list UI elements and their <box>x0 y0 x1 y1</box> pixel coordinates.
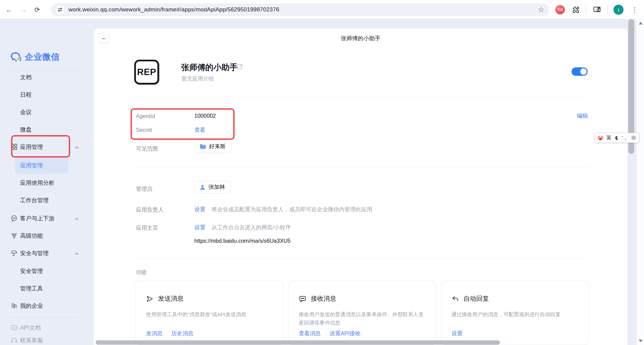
main-content-card: ← 张师傅的小助手 REP 张师傅的小助手 暂无应用介绍 AgentId 100… <box>94 28 628 345</box>
app-name: 张师傅的小助手 <box>181 62 238 73</box>
admin-value: 张加林 <box>208 183 225 191</box>
owner-label: 应用负责人 <box>136 206 164 214</box>
sidebar-item-app-management-sub[interactable]: 应用管理 <box>20 162 43 169</box>
admin-label: 管理员 <box>136 185 153 193</box>
sidebar-divider-top <box>10 70 77 70</box>
home-set-link[interactable]: 设置 <box>194 224 205 230</box>
person-icon <box>200 184 205 190</box>
youdao-extension-icon[interactable]: Yd <box>554 4 566 15</box>
ime-moon-icon <box>614 135 619 140</box>
toolbar-divider <box>586 5 586 14</box>
app-logo: REP <box>134 60 159 84</box>
receive-message-icon <box>299 295 306 303</box>
api-docs-icon: API <box>11 324 17 331</box>
sidebar-item-api-docs[interactable]: API文档 <box>20 324 41 332</box>
divider-2 <box>136 167 588 167</box>
edit-link[interactable]: 编辑 <box>577 112 588 120</box>
send-message-icon <box>146 295 154 303</box>
site-settings-icon[interactable] <box>56 5 64 14</box>
advanced-features-icon <box>11 232 17 239</box>
browser-back-button[interactable]: ← <box>3 4 15 15</box>
browser-reload-button[interactable]: ⟳ <box>32 4 43 15</box>
my-company-icon <box>11 302 17 309</box>
app-management-grid-icon <box>11 143 17 150</box>
set-api-receive-link[interactable]: 设置API接收 <box>330 330 361 337</box>
feature-title: 发送消息 <box>158 294 184 303</box>
sidebar-item-workbench[interactable]: 工作台管理 <box>20 196 49 204</box>
chevron-up-icon-2[interactable] <box>75 251 79 256</box>
home-url: https://mbd.baidu.com/ma/s/s6Ua3XU5 <box>194 238 291 244</box>
visible-range-value: 好来斯 <box>209 143 226 150</box>
chevron-up-icon[interactable] <box>75 145 79 150</box>
toggle-knob <box>580 68 587 75</box>
page-title: 张师傅的小助手 <box>94 35 628 42</box>
secret-view-link[interactable]: 查看 <box>194 126 205 134</box>
ime-toolbar[interactable]: 英 ’， <box>595 133 639 143</box>
chevron-down-icon[interactable] <box>75 217 79 221</box>
sidebar-item-schedule[interactable]: 日程 <box>20 91 32 99</box>
send-message-link[interactable]: 发消息 <box>146 330 163 337</box>
sidebar-item-meeting[interactable]: 会议 <box>20 108 32 116</box>
app-enabled-toggle[interactable] <box>572 67 588 76</box>
history-message-link[interactable]: 历史消息 <box>171 330 194 337</box>
browser-vertical-scrollbar[interactable] <box>636 19 644 345</box>
ime-lang-mode[interactable]: 英 <box>606 135 611 141</box>
extensions-icon[interactable] <box>570 4 581 15</box>
bookmark-star-icon[interactable]: ☆ <box>538 6 544 14</box>
feature-card-autoreply: 自动回复 通过接收用户的消息，可配置规则进行自动回复 设置 <box>441 281 589 345</box>
sidebar-item-my-company[interactable]: 我的企业 <box>20 302 43 310</box>
customers-bubble-icon <box>11 215 17 222</box>
browser-forward-button[interactable]: → <box>17 4 29 15</box>
ime-punctuation-mode[interactable]: ’， <box>622 135 628 141</box>
feature-desc: 接收用户发送的普通消息以及菜单操作、外部联系人变更回调等事件信息 <box>299 310 426 327</box>
sidebar-item-security-mgmt[interactable]: 安全管理 <box>20 267 43 275</box>
sidebar-item-app-management[interactable]: 应用管理 <box>20 143 43 151</box>
home-row: 设置 从工作台点击进入的网页/小程序 <box>194 224 291 231</box>
sidebar-divider-bottom <box>10 317 77 318</box>
sidebar-item-security[interactable]: 安全与管理 <box>20 249 49 257</box>
scroll-up-arrow[interactable] <box>639 22 643 24</box>
security-umbrella-icon <box>11 250 17 256</box>
feature-title: 自动回复 <box>463 294 489 303</box>
owner-desc: 将企业成员配置为应用负责人，成员即可在企业微信内管理此应用 <box>212 206 373 212</box>
toolbar-divider-2 <box>607 5 608 14</box>
visible-range-chip[interactable]: 好来斯 <box>194 140 231 153</box>
sidebar-item-advanced[interactable]: 高级功能 <box>20 232 43 240</box>
support-headset-icon <box>11 337 17 344</box>
sidebar-item-customers[interactable]: 客户与上下游 <box>20 215 54 222</box>
url-text[interactable]: work.weixin.qq.com/wework_admin/frame#/a… <box>68 6 538 13</box>
sidebar-item-admin-tools[interactable]: 管理工具 <box>20 285 43 292</box>
browser-window: ← → ⟳ work.weixin.qq.com/wework_admin/fr… <box>0 0 644 345</box>
scroll-down-arrow[interactable] <box>639 340 643 342</box>
sidebar-item-drive[interactable]: 微盘 <box>20 126 32 133</box>
home-desc: 从工作台点击进入的网页/小程序 <box>212 224 291 230</box>
owner-set-link[interactable]: 设置 <box>194 206 205 212</box>
owner-row: 设置 将企业成员配置为应用负责人，成员即可在企业微信内管理此应用 <box>194 206 372 213</box>
admin-chip[interactable]: 张加林 <box>194 181 231 193</box>
sidebar-item-docs[interactable]: 文档 <box>20 73 32 81</box>
feature-desc: 通过接收用户的消息，可配置规则进行自动回复 <box>451 310 578 319</box>
visible-range-label: 可见范围 <box>136 145 158 153</box>
edit-name-icon[interactable] <box>237 63 243 70</box>
divider <box>136 98 588 98</box>
features-section-label: 功能 <box>136 269 147 276</box>
svg-text:API: API <box>12 327 16 329</box>
browser-toolbar: ← → ⟳ work.weixin.qq.com/wework_admin/fr… <box>0 0 644 19</box>
profile-avatar[interactable]: I <box>613 4 624 15</box>
baidu-ime-icon <box>598 135 603 140</box>
feature-card-send: 发送消息 使用管理工具中的“消息群发”或API发送消息 发消息 历史消息 <box>136 281 283 345</box>
app-intro: 暂无应用介绍 <box>182 75 214 82</box>
auto-reply-icon <box>451 295 459 303</box>
wecom-logo[interactable]: 企业微信 <box>10 51 60 62</box>
sidebar-item-contact-support[interactable]: 联系客服 <box>20 337 43 344</box>
ime-settings-gear-icon[interactable] <box>631 135 636 140</box>
home-label: 应用主页 <box>136 224 158 232</box>
browser-menu-icon[interactable]: ⋮ <box>629 4 640 15</box>
side-panel-search-icon[interactable] <box>591 4 603 15</box>
sidebar-item-app-analytics[interactable]: 应用使用分析 <box>20 179 54 187</box>
feature-desc: 使用管理工具中的“消息群发”或API发送消息 <box>146 310 273 319</box>
address-bar[interactable]: work.weixin.qq.com/wework_admin/frame#/a… <box>51 3 549 16</box>
autoreply-set-link[interactable]: 设置 <box>451 330 462 337</box>
view-message-link[interactable]: 查看消息 <box>299 330 321 337</box>
page-horizontal-scrollbar-thumb[interactable] <box>96 340 500 345</box>
